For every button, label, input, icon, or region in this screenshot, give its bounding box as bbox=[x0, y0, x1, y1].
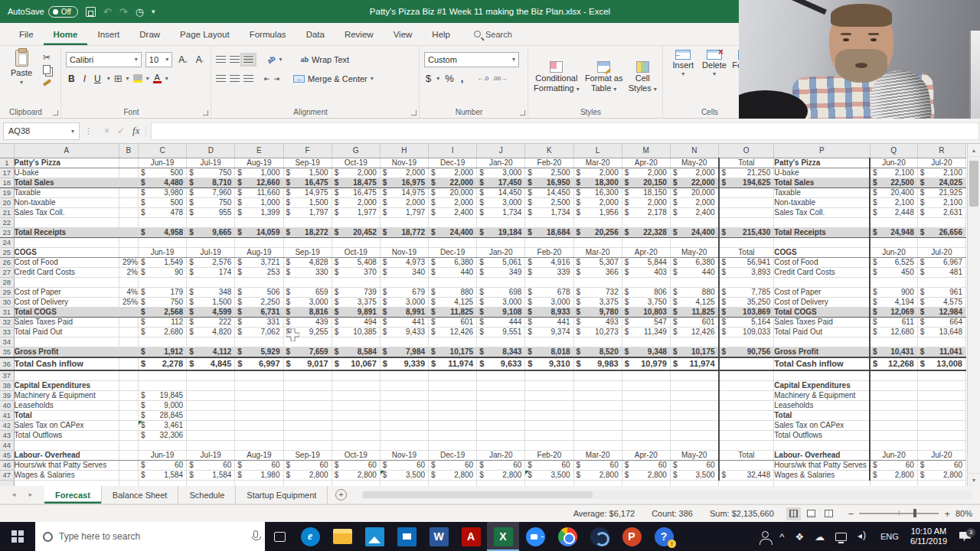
cell[interactable]: $1,912 bbox=[138, 347, 186, 357]
cell[interactable] bbox=[138, 380, 186, 390]
cell[interactable] bbox=[235, 380, 283, 390]
cell[interactable] bbox=[719, 187, 774, 197]
cell[interactable] bbox=[119, 178, 138, 187]
cell[interactable] bbox=[870, 237, 917, 247]
row-header[interactable]: 31 bbox=[0, 307, 14, 317]
vertical-scroll-thumb[interactable] bbox=[969, 161, 978, 207]
cell[interactable]: $9,433 bbox=[380, 327, 428, 337]
cell[interactable] bbox=[283, 217, 332, 227]
cell[interactable] bbox=[138, 480, 186, 486]
cell[interactable]: Total Receipts bbox=[14, 227, 119, 237]
cell[interactable]: $2,000 bbox=[670, 197, 718, 207]
cell[interactable] bbox=[774, 217, 870, 227]
cell[interactable]: $18,272 bbox=[283, 227, 332, 237]
cell[interactable]: $109,033 bbox=[719, 327, 774, 337]
normal-view-button[interactable] bbox=[786, 507, 801, 520]
cell[interactable]: $24,400 bbox=[429, 227, 477, 237]
cell[interactable]: Jul-19 bbox=[187, 450, 235, 460]
zoom-out-icon[interactable]: − bbox=[848, 508, 854, 520]
cell[interactable]: $2,000 bbox=[380, 168, 428, 178]
cell[interactable] bbox=[380, 237, 428, 247]
cell[interactable]: $24,948 bbox=[870, 227, 917, 237]
cell[interactable]: $90 bbox=[138, 267, 186, 277]
cell[interactable]: Dec-19 bbox=[429, 158, 477, 168]
cell[interactable]: $13,648 bbox=[917, 327, 965, 337]
cell[interactable] bbox=[719, 420, 774, 430]
cell[interactable]: $60 bbox=[187, 460, 235, 470]
cell[interactable] bbox=[477, 420, 525, 430]
cell[interactable]: Non-taxable bbox=[14, 197, 119, 207]
cell[interactable]: $10,431 bbox=[870, 347, 917, 357]
cell[interactable]: $2,250 bbox=[235, 297, 283, 307]
cell[interactable]: Taxable bbox=[774, 187, 870, 197]
cell[interactable]: $3,375 bbox=[332, 297, 380, 307]
cell[interactable]: $60 bbox=[573, 460, 622, 470]
cell[interactable] bbox=[14, 337, 119, 347]
cell[interactable]: $11,349 bbox=[622, 327, 670, 337]
cell[interactable] bbox=[283, 440, 332, 450]
cell[interactable]: Total bbox=[14, 410, 119, 420]
copy-icon[interactable] bbox=[43, 65, 51, 74]
cell[interactable]: $11,974 bbox=[429, 357, 477, 370]
column-header[interactable]: B bbox=[119, 144, 138, 158]
cell[interactable]: Total COGS bbox=[774, 307, 870, 317]
column-header[interactable]: C bbox=[138, 144, 186, 158]
cell[interactable] bbox=[917, 410, 965, 420]
cell[interactable] bbox=[622, 410, 670, 420]
cell[interactable]: Dec-19 bbox=[429, 247, 477, 257]
cell[interactable]: Nov-19 bbox=[380, 450, 428, 460]
cell[interactable]: $8,933 bbox=[525, 307, 573, 317]
cell[interactable] bbox=[774, 337, 870, 347]
cell[interactable] bbox=[870, 410, 917, 420]
cell[interactable] bbox=[235, 277, 283, 287]
cell[interactable]: Total bbox=[719, 450, 774, 460]
cell[interactable] bbox=[429, 420, 477, 430]
cell[interactable] bbox=[235, 400, 283, 410]
cell[interactable] bbox=[917, 380, 965, 390]
cell[interactable] bbox=[917, 217, 965, 227]
cell[interactable]: Jun-20 bbox=[870, 158, 917, 168]
cell[interactable]: $21,925 bbox=[917, 187, 965, 197]
cell[interactable] bbox=[138, 337, 186, 347]
cell[interactable]: $3,000 bbox=[525, 297, 573, 307]
cell[interactable]: $60 bbox=[670, 460, 718, 470]
cell[interactable] bbox=[283, 370, 332, 381]
cell[interactable]: $5,061 bbox=[477, 257, 525, 267]
cell[interactable] bbox=[332, 217, 380, 227]
chevron-up-icon[interactable]: ^ bbox=[774, 522, 789, 551]
cell[interactable]: $11,974 bbox=[670, 357, 718, 370]
cell[interactable] bbox=[283, 480, 332, 486]
column-header[interactable]: G bbox=[332, 144, 380, 158]
row-header[interactable]: 25 bbox=[0, 247, 14, 257]
cell[interactable]: Machinery & Equipment bbox=[14, 390, 119, 400]
cell[interactable]: Total bbox=[719, 247, 774, 257]
fill-color-button[interactable] bbox=[133, 74, 142, 83]
cell[interactable]: $2,000 bbox=[332, 197, 380, 207]
column-header[interactable]: E bbox=[235, 144, 283, 158]
cell[interactable]: $3,000 bbox=[283, 297, 332, 307]
cell[interactable] bbox=[119, 237, 138, 247]
cell[interactable]: $60 bbox=[477, 460, 525, 470]
obs-icon[interactable] bbox=[583, 522, 616, 551]
cell[interactable]: $547 bbox=[622, 317, 670, 327]
cell[interactable]: Jun-20 bbox=[870, 450, 917, 460]
column-header[interactable]: K bbox=[525, 144, 573, 158]
cell[interactable] bbox=[138, 237, 186, 247]
cell[interactable]: $478 bbox=[138, 207, 186, 217]
scroll-up-icon[interactable]: ▲ bbox=[968, 144, 980, 157]
customize-qat-icon[interactable]: ▾ bbox=[152, 8, 155, 15]
row-header[interactable]: 44 bbox=[0, 440, 14, 450]
cell[interactable]: Cost of Delivery bbox=[14, 297, 119, 307]
cell[interactable]: Dec-19 bbox=[429, 450, 477, 460]
cell[interactable] bbox=[525, 237, 573, 247]
cell[interactable] bbox=[119, 410, 138, 420]
acrobat-icon[interactable]: A bbox=[455, 522, 487, 551]
cell[interactable] bbox=[187, 380, 235, 390]
cell[interactable] bbox=[917, 440, 965, 450]
cell[interactable]: $2,000 bbox=[573, 197, 622, 207]
cell[interactable]: $4,828 bbox=[283, 257, 332, 267]
cell[interactable]: $2,568 bbox=[138, 307, 186, 317]
cell[interactable] bbox=[380, 370, 428, 381]
cell[interactable]: $2,000 bbox=[573, 168, 622, 178]
cell[interactable]: $56,941 bbox=[719, 257, 774, 267]
